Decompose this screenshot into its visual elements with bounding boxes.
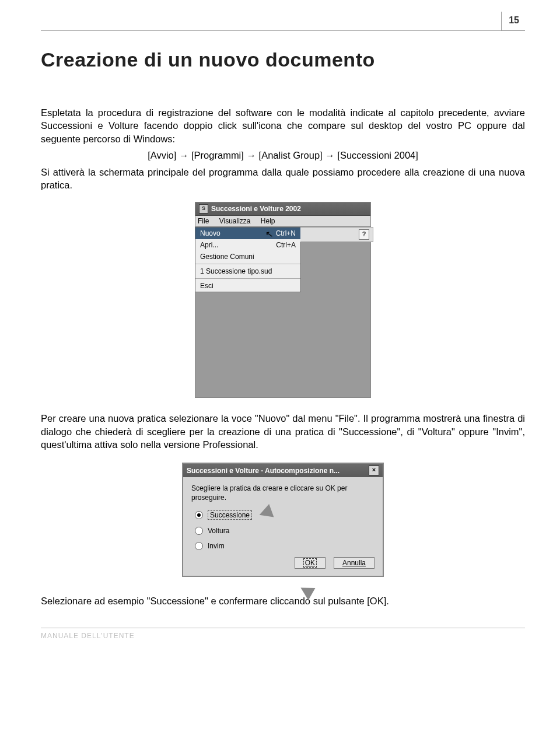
radio-icon: [195, 527, 203, 535]
screenshot-app-window: S Successioni e Volture 2002 File Visual…: [195, 202, 371, 398]
radio-successione[interactable]: Successione: [195, 510, 374, 520]
menu-item-label: Nuovo: [200, 229, 220, 237]
window-title: Successioni e Volture 2002: [211, 205, 301, 213]
menu-item-shortcut: Ctrl+N: [276, 229, 296, 237]
menu-separator: [195, 264, 300, 264]
menu-item-label: Gestione Comuni: [200, 253, 254, 261]
section-title: Creazione di un nuovo documento: [41, 48, 525, 71]
top-rule: [41, 30, 525, 31]
app-icon: S: [199, 204, 208, 214]
menu-file[interactable]: File: [198, 217, 209, 225]
menu-item-nuovo[interactable]: Nuovo Ctrl+N ↖: [195, 228, 300, 239]
menu-item-gestione-comuni[interactable]: Gestione Comuni: [195, 251, 300, 262]
footer-text: MANUALE DELL'UTENTE: [41, 632, 525, 640]
screenshot-dialog: Successioni e Volture - Autocomposizione…: [182, 463, 384, 577]
paragraph-3: Per creare una nuova pratica selezionare…: [41, 412, 525, 451]
file-menu-dropdown: Nuovo Ctrl+N ↖ Apri... Ctrl+A Gestione C…: [195, 227, 301, 292]
page-number: 15: [501, 12, 525, 31]
dialog-buttons: OK Annulla: [191, 557, 374, 569]
radio-voltura[interactable]: Voltura: [195, 527, 374, 535]
menu-item-label: Apri...: [200, 241, 218, 249]
app-client-area: [195, 292, 370, 397]
radio-label: Successione: [208, 510, 252, 520]
menu-visualizza[interactable]: Visualizza: [219, 217, 251, 225]
window-titlebar: S Successioni e Volture 2002: [195, 202, 370, 216]
dialog-body: Scegliere la pratica da creare e cliccar…: [183, 477, 383, 576]
radio-icon: [195, 511, 203, 519]
dialog-titlebar: Successioni e Volture - Autocomposizione…: [183, 464, 383, 477]
menu-item-esci[interactable]: Esci: [195, 280, 300, 292]
radio-label: Invim: [208, 542, 225, 550]
paragraph-1: Espletata la procedura di registrazione …: [41, 106, 525, 145]
paragraph-4: Selezionare ad esempio "Successione" e c…: [41, 594, 525, 607]
arrow-icon: [257, 504, 274, 522]
navigation-path: [Avvio] → [Programmi] → [Analist Group] …: [41, 150, 525, 161]
menu-item-shortcut: Ctrl+A: [276, 241, 296, 249]
ok-button[interactable]: OK: [295, 557, 326, 569]
menu-help[interactable]: Help: [261, 217, 275, 225]
radio-icon: [195, 542, 203, 550]
annulla-button[interactable]: Annulla: [334, 557, 374, 569]
menu-separator: [195, 278, 300, 279]
dialog-instruction: Scegliere la pratica da creare e cliccar…: [191, 484, 374, 502]
menubar: File Visualizza Help: [195, 216, 370, 227]
help-icon[interactable]: ?: [359, 229, 369, 240]
menu-item-recent[interactable]: 1 Successione tipo.sud: [195, 265, 300, 277]
dialog-title: Successioni e Volture - Autocomposizione…: [187, 467, 340, 475]
cursor-icon: ↖: [264, 228, 274, 240]
close-icon[interactable]: ×: [369, 466, 379, 475]
footer-rule: [41, 628, 525, 628]
radio-label: Voltura: [208, 527, 229, 535]
radio-invim[interactable]: Invim: [195, 542, 374, 550]
menu-item-label: 1 Successione tipo.sud: [200, 267, 272, 275]
menu-dropdown-wrap: Nuovo Ctrl+N ↖ Apri... Ctrl+A Gestione C…: [195, 227, 370, 292]
menu-item-apri[interactable]: Apri... Ctrl+A: [195, 239, 300, 251]
paragraph-2: Si attiverà la schermata principale del …: [41, 166, 525, 192]
menu-item-label: Esci: [200, 282, 214, 290]
toolbar: ?: [300, 227, 373, 242]
